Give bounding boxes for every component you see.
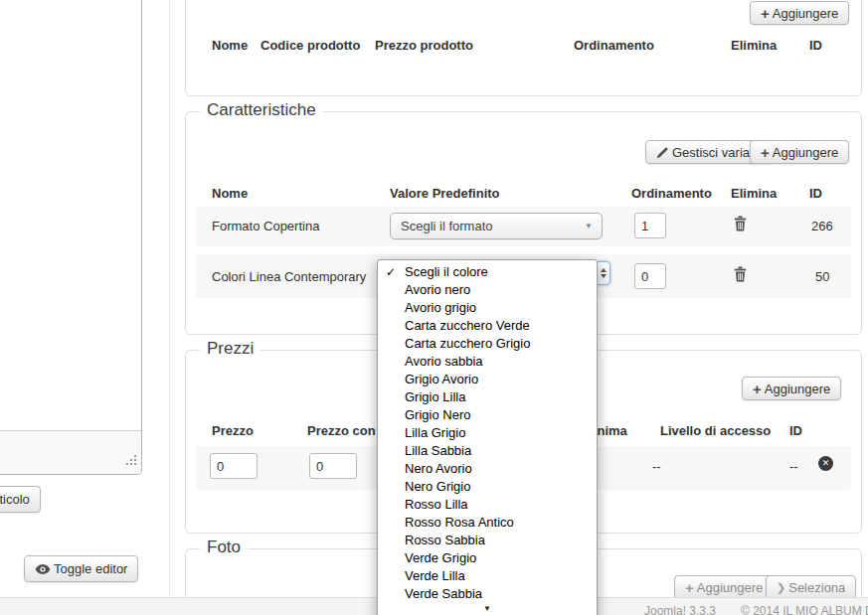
products-add-button[interactable]: + Aggiungere: [750, 1, 849, 25]
chevron-right-icon: ❯: [777, 581, 785, 594]
column-header-id: ID: [809, 38, 822, 53]
prezzi-add-button[interactable]: + Aggiungere: [742, 377, 841, 400]
column-header-nome: Nome: [212, 38, 248, 53]
trash-icon[interactable]: [734, 216, 747, 235]
dropdown-option[interactable]: Grigio Lilla: [378, 388, 597, 406]
stepper-up-icon: [601, 268, 607, 272]
prezzo-con-input[interactable]: [309, 453, 357, 479]
dropdown-option[interactable]: Rosso Sabbia: [378, 532, 597, 549]
ordering-input[interactable]: [634, 263, 666, 289]
editor-panel: [0, 0, 142, 475]
dropdown-option[interactable]: Nero Avorio: [378, 460, 597, 478]
dropdown-option-label: Carta zucchero Verde: [405, 318, 530, 333]
caratteristiche-legend: Caratteristiche: [200, 100, 323, 120]
scroll-down-icon[interactable]: ▼: [378, 604, 597, 613]
editor-statusbar: [0, 430, 141, 474]
products-fieldset: + Aggiungere Nome Codice prodotto Prezzo…: [185, 0, 862, 96]
remove-icon[interactable]: ✕: [818, 456, 833, 471]
dropdown-option[interactable]: Avorio sabbia: [378, 353, 597, 371]
page: a articolo Toggle editor + Aggiungere No…: [0, 0, 868, 615]
dropdown-option[interactable]: Verde Sabbia: [378, 585, 597, 603]
column-header-livello-di-accesso: Livello di accesso: [660, 423, 771, 438]
dropdown-option-label: Rosso Lilla: [405, 497, 468, 512]
dropdown-option[interactable]: Carta zucchero Grigio: [378, 335, 597, 353]
dropdown-option-label: Nero Avorio: [405, 461, 472, 476]
dropdown-option[interactable]: Rosso Rosa Antico: [378, 514, 597, 532]
dropdown-option-label: Lilla Sabbia: [405, 443, 471, 458]
dropdown-option-selected[interactable]: ✓ Scegli il colore: [378, 263, 597, 281]
column-header-elimina: Elimina: [731, 186, 777, 201]
trash-icon[interactable]: [734, 266, 747, 286]
dropdown-option-label: Lilla Grigio: [405, 425, 465, 440]
column-header-prezzo-prodotto: Prezzo prodotto: [375, 38, 473, 53]
dropdown-option-label: Scegli il colore: [405, 264, 488, 279]
plus-icon: +: [753, 382, 762, 396]
readmore-article-label: a articolo: [0, 492, 30, 507]
dropdown-option-label: Verde Grigio: [405, 550, 476, 565]
prezzo-input[interactable]: [210, 453, 258, 479]
dropdown-option-label: Avorio sabbia: [405, 354, 483, 369]
feature-name: Formato Copertina: [212, 219, 319, 233]
dropdown-option[interactable]: Carta zucchero Verde: [378, 317, 597, 335]
stepper-down-icon: [601, 274, 607, 278]
format-select[interactable]: Scegli il formato ▼: [390, 213, 603, 239]
dropdown-option-label: Nero Grigio: [405, 479, 470, 494]
joomla-version: Joomla! 3.3.3: [644, 604, 716, 615]
plus-icon: +: [761, 145, 770, 160]
dropdown-option-label: Grigio Nero: [405, 407, 470, 422]
dropdown-option[interactable]: Verde Lilla: [378, 567, 597, 585]
products-add-label: Aggiungere: [773, 6, 839, 21]
resize-handle-icon[interactable]: [126, 452, 137, 470]
column-header-prezzo: Prezzo: [212, 423, 254, 438]
dropdown-option[interactable]: Verde Grigio: [378, 549, 597, 567]
dropdown-option[interactable]: Lilla Grigio: [378, 424, 597, 442]
feature-id: 266: [811, 219, 833, 233]
dropdown-option-label: Rosso Rosa Antico: [405, 515, 514, 530]
dropdown-option[interactable]: Lilla Sabbia: [378, 442, 597, 460]
dropdown-option[interactable]: Rosso Lilla: [378, 496, 597, 514]
column-header-prezzo-con: Prezzo con: [307, 423, 376, 438]
readmore-article-button[interactable]: a articolo: [0, 486, 41, 513]
dropdown-option-label: Grigio Lilla: [405, 389, 465, 404]
column-header-id: ID: [809, 186, 822, 201]
column-header-valore-predefinito: Valore Predefinito: [390, 186, 500, 201]
dropdown-option[interactable]: Avorio nero: [378, 281, 597, 299]
dropdown-option[interactable]: Grigio Nero: [378, 406, 597, 424]
dropdown-option-label: Grigio Avorio: [405, 372, 478, 386]
dropdown-option-label: Avorio grigio: [405, 300, 476, 315]
foto-select-label: Seleziona: [788, 580, 845, 595]
foto-select-button[interactable]: ❯ Seleziona: [766, 575, 856, 599]
chevron-down-icon: ▼: [585, 214, 593, 238]
foto-add-label: Aggiungere: [697, 580, 764, 595]
prezzi-add-label: Aggiungere: [765, 382, 831, 396]
dropdown-option-label: Verde Sabbia: [405, 586, 482, 601]
copyright: © 2014 IL MIO ALBUM DI N: [741, 604, 868, 615]
dropdown-option[interactable]: Nero Grigio: [378, 478, 597, 496]
checkmark-icon: ✓: [386, 263, 396, 281]
prezzi-legend: Prezzi: [200, 339, 260, 359]
toggle-editor-button[interactable]: Toggle editor: [24, 555, 138, 582]
column-header-ordinamento: Ordinamento: [574, 38, 654, 53]
eye-icon: [35, 563, 51, 575]
color-dropdown-popup: ✓ Scegli il colore Avorio nero Avorio gr…: [377, 259, 598, 615]
column-header-elimina: Elimina: [731, 38, 777, 53]
column-header-ordinamento: Ordinamento: [631, 186, 712, 201]
foto-add-button[interactable]: + Aggiungere: [674, 575, 774, 599]
column-header-codice-prodotto: Codice prodotto: [260, 38, 360, 53]
select-stepper[interactable]: [597, 261, 610, 285]
price-id-value: --: [789, 459, 798, 474]
column-header-id: ID: [789, 423, 802, 438]
feature-id: 50: [815, 269, 829, 284]
caratteristiche-add-label: Aggiungere: [773, 145, 839, 160]
dropdown-option-label: Avorio nero: [405, 282, 470, 297]
toggle-editor-label: Toggle editor: [54, 561, 127, 576]
ordering-input[interactable]: [634, 213, 666, 238]
column-divider: [169, 0, 170, 597]
format-select-value: Scegli il formato: [401, 219, 492, 233]
column-header-nome: Nome: [212, 186, 248, 201]
caratteristiche-add-button[interactable]: + Aggiungere: [750, 140, 849, 164]
dropdown-option[interactable]: Grigio Avorio: [378, 371, 597, 388]
access-level-value: --: [652, 459, 661, 474]
dropdown-option[interactable]: Avorio grigio: [378, 299, 597, 317]
dropdown-option-label: Verde Lilla: [405, 568, 465, 583]
